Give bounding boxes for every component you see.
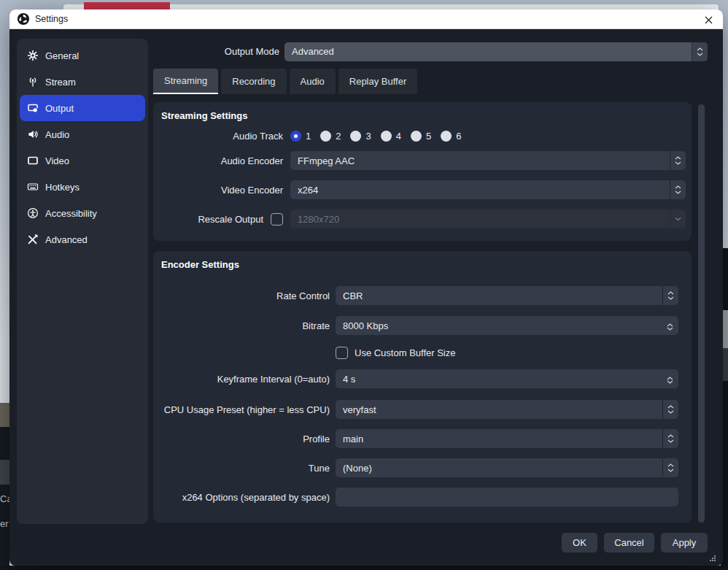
sidebar-item-hotkeys[interactable]: Hotkeys [20, 174, 145, 200]
chevron-up-down-icon[interactable] [662, 458, 678, 477]
window-title: Settings [35, 14, 68, 24]
cpu-preset-select[interactable]: veryfast [336, 400, 678, 419]
tune-label: Tune [160, 463, 330, 474]
vertical-scrollbar[interactable] [698, 104, 705, 523]
video-encoder-value: x264 [298, 185, 318, 196]
bitrate-label: Bitrate [160, 320, 330, 331]
custom-buffer-label: Use Custom Buffer Size [355, 347, 455, 358]
cpu-preset-label: CPU Usage Preset (higher = less CPU) [160, 404, 330, 415]
tab-audio[interactable]: Audio [290, 69, 336, 94]
profile-value: main [343, 434, 363, 444]
chevron-up-down-icon[interactable] [670, 180, 686, 199]
spin-down-icon[interactable] [667, 375, 673, 386]
close-icon[interactable] [702, 14, 714, 26]
audio-track-option-5[interactable]: 5 [411, 131, 431, 142]
sidebar-item-audio[interactable]: Audio [20, 121, 145, 147]
dialog-footer: OK Cancel Apply [9, 533, 708, 552]
chevron-up-down-icon[interactable] [692, 42, 708, 61]
bitrate-spinbox[interactable]: 8000 Kbps [336, 316, 678, 335]
rescale-output-checkbox[interactable] [271, 213, 283, 226]
audio-track-option-6[interactable]: 6 [441, 131, 461, 142]
radio-selected-icon[interactable] [290, 131, 301, 142]
sidebar-item-accessibility[interactable]: Accessibility [20, 200, 145, 226]
sidebar-item-label: Accessibility [45, 208, 97, 219]
sidebar-item-general[interactable]: General [20, 42, 145, 69]
output-mode-label: Output Mode [153, 46, 279, 57]
sidebar-item-advanced[interactable]: Advanced [20, 226, 145, 253]
chevron-up-down-icon[interactable] [662, 400, 678, 419]
sidebar-item-video[interactable]: Video [20, 147, 145, 174]
radio-icon[interactable] [350, 131, 361, 142]
tools-icon [27, 234, 39, 245]
settings-sidebar: General Stream Output [17, 39, 148, 524]
tab-streaming[interactable]: Streaming [153, 69, 218, 94]
radio-icon[interactable] [320, 131, 331, 142]
background-left-patch-tan [0, 403, 9, 427]
chevron-up-down-icon[interactable] [662, 286, 678, 305]
chevron-up-down-icon[interactable] [662, 429, 678, 448]
rate-control-value: CBR [343, 290, 363, 301]
accessibility-icon [27, 207, 39, 219]
video-encoder-select[interactable]: x264 [290, 180, 686, 199]
background-left-column [0, 403, 9, 570]
keyframe-interval-label: Keyframe Interval (0=auto) [160, 374, 330, 385]
tune-value: (None) [343, 463, 372, 474]
rescale-output-value: 1280x720 [298, 214, 339, 225]
radio-label: 4 [396, 131, 401, 142]
profile-row: Profile main [160, 429, 678, 448]
radio-icon[interactable] [381, 131, 392, 142]
sidebar-item-label: General [45, 50, 79, 61]
bitrate-row: Bitrate 8000 Kbps [160, 316, 678, 335]
audio-track-label: Audio Track [160, 131, 283, 142]
ok-button[interactable]: OK [562, 533, 597, 552]
cancel-button[interactable]: Cancel [604, 533, 654, 552]
background-text-fragment: er [0, 518, 9, 529]
sidebar-item-label: Audio [45, 129, 69, 140]
rescale-output-row: Rescale Output 1280x720 [160, 209, 686, 228]
audio-encoder-label: Audio Encoder [160, 155, 283, 166]
sidebar-item-label: Stream [45, 77, 76, 88]
bitrate-value: 8000 Kbps [343, 320, 388, 331]
rate-control-row: Rate Control CBR [160, 286, 678, 305]
audio-encoder-select[interactable]: FFmpeg AAC [290, 151, 686, 170]
cpu-preset-value: veryfast [343, 404, 376, 415]
chevron-up-down-icon[interactable] [670, 151, 686, 170]
streaming-settings-title: Streaming Settings [161, 110, 247, 121]
encoder-settings-title: Encoder Settings [161, 259, 239, 270]
rescale-output-label: Rescale Output [160, 214, 263, 225]
x264-options-label: x264 Options (separated by space) [160, 492, 330, 503]
sidebar-item-label: Hotkeys [45, 182, 80, 193]
keyframe-interval-spinbox[interactable]: 4 s [336, 369, 678, 388]
x264-options-input[interactable] [336, 488, 678, 507]
output-mode-select[interactable]: Advanced [284, 42, 708, 61]
settings-dialog: Settings General Stream [9, 9, 723, 566]
title-bar[interactable]: Settings [9, 9, 723, 29]
audio-track-option-1[interactable]: 1 [290, 131, 311, 142]
profile-select[interactable]: main [336, 429, 678, 448]
audio-track-option-3[interactable]: 3 [350, 131, 371, 142]
profile-label: Profile [160, 434, 330, 444]
chevron-down-icon [670, 209, 686, 228]
sidebar-item-output[interactable]: Output [20, 95, 145, 121]
spin-down-icon[interactable] [667, 322, 673, 333]
radio-label: 1 [306, 131, 311, 142]
background-left-patch-gray [0, 460, 9, 485]
apply-button[interactable]: Apply [661, 533, 708, 552]
tab-replay-buffer[interactable]: Replay Buffer [338, 69, 418, 94]
audio-track-option-2[interactable]: 2 [320, 131, 341, 142]
display-icon [27, 155, 39, 166]
sidebar-item-label: Output [45, 103, 74, 114]
rate-control-select[interactable]: CBR [336, 286, 678, 305]
background-red-bar [84, 2, 170, 9]
tune-select[interactable]: (None) [336, 458, 678, 477]
audio-track-option-4[interactable]: 4 [381, 131, 401, 142]
sidebar-item-stream[interactable]: Stream [20, 69, 145, 95]
resize-grip[interactable] [709, 553, 716, 564]
custom-buffer-checkbox[interactable] [336, 347, 348, 359]
radio-icon[interactable] [411, 131, 422, 142]
gear-icon [27, 50, 39, 61]
keyframe-interval-row: Keyframe Interval (0=auto) 4 s [160, 369, 678, 388]
output-monitor-icon [27, 102, 39, 114]
radio-icon[interactable] [441, 131, 452, 142]
tab-recording[interactable]: Recording [221, 69, 286, 94]
